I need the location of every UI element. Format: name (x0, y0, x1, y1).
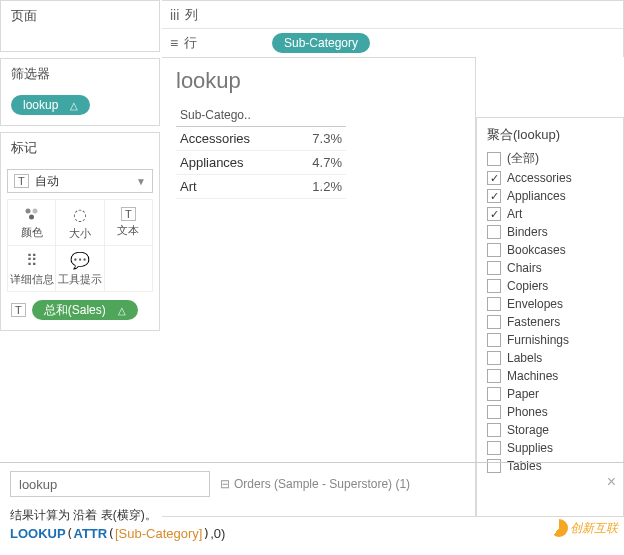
row-category: Art (180, 179, 197, 194)
filter-checkbox-row[interactable]: Fasteners (481, 313, 619, 331)
svg-point-0 (25, 209, 30, 214)
checkbox[interactable] (487, 315, 501, 329)
rows-shelf[interactable]: ≡ 行 Sub-Category (162, 29, 623, 57)
filter-pill-lookup[interactable]: lookup △ (11, 95, 90, 115)
checkbox[interactable] (487, 152, 501, 166)
checkbox-label: Machines (507, 369, 558, 383)
tooltip-icon: 💬 (70, 251, 90, 270)
calc-formula[interactable]: LOOKUP(ATTR([Sub-Category]),0) (10, 526, 614, 541)
checkbox[interactable] (487, 333, 501, 347)
viz-title: lookup (176, 68, 461, 94)
filter-checkbox-row[interactable]: (全部) (481, 148, 619, 169)
checkbox-label: Furnishings (507, 333, 569, 347)
checkbox-label: Bookcases (507, 243, 566, 257)
checkbox[interactable] (487, 423, 501, 437)
filter-checkbox-row[interactable]: Machines (481, 367, 619, 385)
fn-lookup: LOOKUP (10, 526, 66, 541)
checkbox-label: Envelopes (507, 297, 563, 311)
row-category: Appliances (180, 155, 244, 170)
watermark-icon (550, 519, 568, 537)
args-tail: ,0) (210, 526, 225, 541)
color-icon (23, 205, 41, 223)
delta-icon: △ (70, 100, 78, 111)
pages-title: 页面 (1, 1, 159, 31)
checkbox[interactable] (487, 279, 501, 293)
rows-icon: ≡ (170, 35, 178, 51)
checkbox[interactable] (487, 351, 501, 365)
checkbox[interactable] (487, 207, 501, 221)
calc-name-input[interactable]: lookup (10, 471, 210, 497)
rows-pill-subcategory[interactable]: Sub-Category (272, 33, 370, 53)
filter-checkbox-row[interactable]: Binders (481, 223, 619, 241)
checkbox[interactable] (487, 243, 501, 257)
filter-checkbox-row[interactable]: Art (481, 205, 619, 223)
checkbox[interactable] (487, 405, 501, 419)
filter-checkbox-row[interactable]: Chairs (481, 259, 619, 277)
svg-point-2 (29, 215, 34, 220)
checkbox[interactable] (487, 297, 501, 311)
watermark-text: 创新互联 (570, 520, 618, 537)
marks-text-button[interactable]: T 文本 (105, 200, 153, 246)
checkbox[interactable] (487, 189, 501, 203)
filter-checkbox-row[interactable]: Appliances (481, 187, 619, 205)
calculation-editor: × lookup ⊟ Orders (Sample - Superstore) … (0, 462, 624, 541)
columns-icon: iii (170, 7, 179, 23)
marks-card: 标记 T 自动 ▼ 颜色 ◌ 大小 T (0, 132, 160, 331)
filter-checkbox-row[interactable]: Supplies (481, 439, 619, 457)
datasource-name: Orders (Sample - Superstore) (1) (234, 477, 410, 491)
columns-label: 列 (185, 6, 198, 24)
visualization-pane[interactable]: lookup Sub-Catego.. Accessories7.3%Appli… (162, 57, 476, 517)
filter-checkbox-row[interactable]: Furnishings (481, 331, 619, 349)
mark-type-label: 自动 (35, 173, 59, 190)
field-ref: [Sub-Category] (115, 526, 202, 541)
datasource-label[interactable]: ⊟ Orders (Sample - Superstore) (1) (220, 477, 410, 491)
columns-shelf[interactable]: iii 列 (162, 1, 623, 29)
mark-type-dropdown[interactable]: T 自动 ▼ (7, 169, 153, 193)
marks-pill-sales[interactable]: 总和(Sales) △ (32, 300, 138, 320)
svg-point-1 (32, 209, 37, 214)
marks-color-button[interactable]: 颜色 (8, 200, 56, 246)
filter-checkbox-row[interactable]: Paper (481, 385, 619, 403)
pages-shelf[interactable]: 页面 (0, 0, 160, 52)
row-value: 1.2% (312, 179, 342, 194)
rows-label: 行 (184, 34, 197, 52)
datasource-icon: ⊟ (220, 477, 230, 491)
marks-size-button[interactable]: ◌ 大小 (56, 200, 104, 246)
marks-detail-button[interactable]: ⠿ 详细信息 (8, 246, 56, 292)
filter-checkbox-row[interactable]: Accessories (481, 169, 619, 187)
checkbox[interactable] (487, 369, 501, 383)
checkbox-label: Accessories (507, 171, 572, 185)
table-row[interactable]: Accessories7.3% (176, 127, 346, 151)
close-icon[interactable]: × (607, 473, 616, 491)
checkbox[interactable] (487, 387, 501, 401)
table-row[interactable]: Art1.2% (176, 175, 346, 199)
checkbox[interactable] (487, 171, 501, 185)
table-row[interactable]: Appliances4.7% (176, 151, 346, 175)
size-icon: ◌ (73, 205, 87, 224)
viz-column-header: Sub-Catego.. (176, 104, 346, 127)
row-category: Accessories (180, 131, 250, 146)
filter-checkbox-row[interactable]: Storage (481, 421, 619, 439)
checkbox[interactable] (487, 441, 501, 455)
filter-checkbox-row[interactable]: Copiers (481, 277, 619, 295)
marks-color-label: 颜色 (21, 225, 43, 240)
marks-detail-label: 详细信息 (10, 272, 54, 287)
checkbox[interactable] (487, 225, 501, 239)
marks-size-label: 大小 (69, 226, 91, 241)
checkbox-label: Chairs (507, 261, 542, 275)
marks-text-label: 文本 (117, 223, 139, 238)
checkbox-label: Labels (507, 351, 542, 365)
filter-checkbox-row[interactable]: Phones (481, 403, 619, 421)
filters-shelf[interactable]: 筛选器 lookup △ (0, 58, 160, 126)
filter-checkbox-row[interactable]: Labels (481, 349, 619, 367)
aggregate-title: 聚合(lookup) (481, 122, 619, 148)
filter-checkbox-row[interactable]: Bookcases (481, 241, 619, 259)
text-icon: T (121, 207, 136, 221)
filter-checkbox-row[interactable]: Envelopes (481, 295, 619, 313)
viz-table: Sub-Catego.. Accessories7.3%Appliances4.… (176, 104, 346, 199)
checkbox[interactable] (487, 261, 501, 275)
checkbox-label: Storage (507, 423, 549, 437)
marks-tooltip-button[interactable]: 💬 工具提示 (56, 246, 104, 292)
marks-tooltip-label: 工具提示 (58, 272, 102, 287)
chevron-down-icon: ▼ (136, 176, 146, 187)
